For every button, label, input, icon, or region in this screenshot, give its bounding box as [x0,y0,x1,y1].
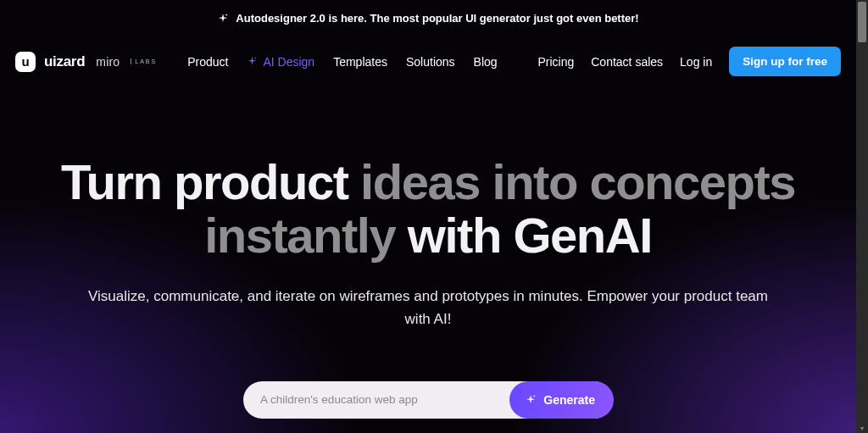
nav-templates[interactable]: Templates [333,55,387,69]
announcement-banner[interactable]: Autodesigner 2.0 is here. The most popul… [0,0,856,33]
logo[interactable]: u uizard miro LABS [15,52,157,72]
scrollbar-thumb[interactable] [858,2,866,42]
nav-login[interactable]: Log in [680,55,712,69]
hero-subhead: Visualize, communicate, and iterate on w… [76,286,780,330]
hero-headline: Turn product ideas into concepts instant… [34,156,822,262]
prompt-input[interactable] [260,393,509,406]
nav-product[interactable]: Product [187,55,228,69]
prompt-bar: Generate [243,381,613,419]
nav-pricing[interactable]: Pricing [537,55,574,69]
scroll-down-icon[interactable]: ▾ [858,425,866,433]
logo-partner: miro [96,55,120,69]
announcement-text: Autodesigner 2.0 is here. The most popul… [236,12,638,25]
generate-button-label: Generate [543,393,595,407]
nav-secondary: Pricing Contact sales Log in Sign up for… [537,47,841,76]
logo-partner-suffix: LABS [131,58,157,64]
sparkle-icon [525,394,537,406]
hero: Turn product ideas into concepts instant… [0,88,856,419]
nav-contact-sales[interactable]: Contact sales [591,55,663,69]
sparkle-icon [247,56,258,67]
nav-ai-design-label: AI Design [263,55,314,69]
scrollbar[interactable]: ▴ ▾ [856,0,868,433]
signup-button[interactable]: Sign up for free [729,47,841,76]
logo-mark: u [15,52,36,72]
headline-part3: with GenAI [408,208,652,263]
nav-blog[interactable]: Blog [474,55,498,69]
headline-part1: Turn product [61,154,348,209]
generate-button[interactable]: Generate [509,381,614,419]
nav-solutions[interactable]: Solutions [406,55,455,69]
nav-ai-design[interactable]: AI Design [247,55,314,69]
nav-primary: Product AI Design Templates Solutions Bl… [187,55,497,69]
logo-name: uizard [44,53,85,70]
sparkle-icon [217,13,229,25]
main-nav: u uizard miro LABS Product AI Design Tem… [0,33,856,88]
